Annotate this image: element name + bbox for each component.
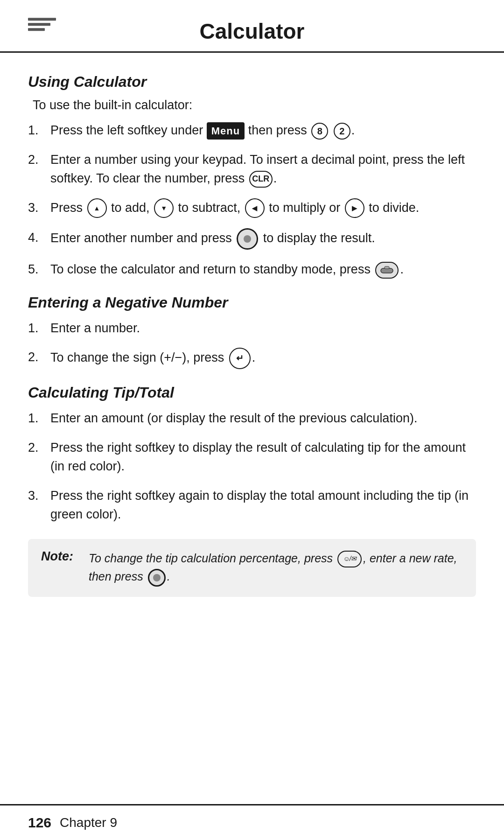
page-container: Calculator Using Calculator To use the b… — [0, 0, 504, 840]
footer-chapter: Chapter 9 — [60, 815, 117, 830]
key-8: 8 — [311, 123, 328, 140]
using-calculator-list: 1. Press the left softkey under Menu the… — [28, 121, 476, 279]
key-menu: Menu — [207, 122, 245, 140]
list-content: Enter another number and press to displa… — [50, 228, 476, 250]
page-title: Calculator — [28, 19, 476, 44]
list-item: 2. To change the sign (+/−), press ↵. — [28, 348, 476, 369]
list-number: 2. — [28, 348, 50, 367]
key-nav-right — [345, 198, 364, 218]
list-item: 1. Press the left softkey under Menu the… — [28, 121, 476, 140]
note-box: Note: To change the tip calculation perc… — [28, 539, 476, 597]
key-end-button — [375, 262, 399, 279]
key-2: 2 — [334, 123, 350, 140]
section-negative-number: Entering a Negative Number 1. Enter a nu… — [28, 294, 476, 370]
svg-rect-1 — [385, 266, 389, 269]
section-heading-using: Using Calculator — [28, 73, 476, 91]
list-item: 1. Enter an amount (or display the resul… — [28, 409, 476, 428]
list-number: 1. — [28, 319, 50, 338]
section-using-calculator: Using Calculator To use the built-in cal… — [28, 73, 476, 279]
key-center-note — [148, 569, 166, 587]
list-number: 2. — [28, 438, 50, 457]
key-nav-down — [154, 198, 174, 218]
page-footer: 126 Chapter 9 — [0, 804, 504, 840]
list-item: 2. Press the right softkey to display th… — [28, 438, 476, 476]
key-nav-up — [87, 198, 107, 218]
list-content: Press the right softkey again to display… — [50, 486, 476, 524]
list-item: 3. Press to add, to subtract, to multipl… — [28, 198, 476, 218]
list-number: 1. — [28, 409, 50, 428]
logo-line-3 — [28, 28, 45, 31]
section-heading-negative: Entering a Negative Number — [28, 294, 476, 311]
list-number: 1. — [28, 121, 50, 140]
section-intro: To use the built-in calculator: — [28, 98, 476, 112]
list-number: 4. — [28, 228, 50, 247]
list-content: Press the right softkey to display the r… — [50, 438, 476, 476]
list-item: 3. Press the right softkey again to disp… — [28, 486, 476, 524]
logo-line-1 — [28, 18, 56, 21]
key-photo: ☺/✉ — [337, 551, 362, 567]
key-center-button — [237, 228, 258, 250]
note-text: To change the tip calculation percentage… — [89, 549, 463, 587]
note-label: Note: — [41, 549, 82, 587]
list-item: 2. Enter a number using your keypad. To … — [28, 150, 476, 188]
list-number: 3. — [28, 486, 50, 505]
list-number: 2. — [28, 150, 50, 169]
key-clr: CLR — [249, 171, 273, 188]
key-nav-left — [245, 198, 265, 218]
list-content: Press to add, to subtract, to multiply o… — [50, 198, 476, 218]
section-tip-total: Calculating Tip/Total 1. Enter an amount… — [28, 384, 476, 524]
list-content: To close the calculator and return to st… — [50, 260, 476, 279]
footer-page-number: 126 — [28, 815, 51, 831]
logo-line-2 — [28, 23, 50, 26]
tip-total-list: 1. Enter an amount (or display the resul… — [28, 409, 476, 524]
key-plusminus: ↵ — [229, 348, 251, 369]
logo — [28, 18, 56, 31]
list-item: 4. Enter another number and press to dis… — [28, 228, 476, 250]
list-item: 5. To close the calculator and return to… — [28, 260, 476, 279]
list-content: To change the sign (+/−), press ↵. — [50, 348, 476, 369]
list-content: Press the left softkey under Menu then p… — [50, 121, 476, 140]
list-number: 5. — [28, 260, 50, 279]
section-heading-tip: Calculating Tip/Total — [28, 384, 476, 401]
main-content: Using Calculator To use the built-in cal… — [0, 53, 504, 804]
page-header: Calculator — [0, 0, 504, 53]
list-number: 3. — [28, 198, 50, 217]
negative-number-list: 1. Enter a number. 2. To change the sign… — [28, 319, 476, 370]
list-content: Enter a number. — [50, 319, 476, 338]
list-content: Enter an amount (or display the result o… — [50, 409, 476, 428]
list-content: Enter a number using your keypad. To ins… — [50, 150, 476, 188]
list-item: 1. Enter a number. — [28, 319, 476, 338]
